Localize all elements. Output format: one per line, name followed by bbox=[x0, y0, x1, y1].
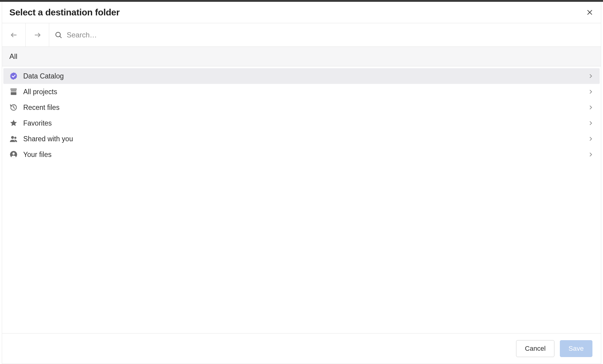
arrow-right-icon bbox=[34, 31, 41, 39]
chevron-right-icon bbox=[588, 89, 594, 95]
search-container bbox=[49, 23, 601, 46]
folder-label: Your files bbox=[23, 151, 582, 159]
breadcrumb[interactable]: All bbox=[2, 47, 601, 66]
folder-row-favorites[interactable]: Favorites bbox=[3, 115, 600, 131]
save-button[interactable]: Save bbox=[560, 340, 592, 357]
dialog-footer: Cancel Save bbox=[2, 333, 601, 364]
folder-label: Recent files bbox=[23, 104, 582, 112]
destination-folder-dialog: Select a destination folder bbox=[2, 2, 601, 364]
search-input[interactable] bbox=[67, 31, 595, 39]
svg-point-12 bbox=[12, 152, 14, 155]
verified-badge-icon bbox=[9, 72, 18, 80]
svg-point-10 bbox=[14, 137, 16, 139]
navigation-toolbar bbox=[2, 23, 601, 47]
cancel-button[interactable]: Cancel bbox=[516, 340, 554, 357]
svg-point-4 bbox=[56, 32, 60, 37]
breadcrumb-label: All bbox=[9, 52, 18, 60]
forward-button[interactable] bbox=[26, 23, 49, 46]
svg-rect-6 bbox=[11, 89, 17, 90]
folder-list: Data Catalog All projects bbox=[2, 66, 601, 333]
folder-label: All projects bbox=[23, 88, 582, 96]
star-icon bbox=[9, 119, 18, 127]
svg-rect-8 bbox=[11, 92, 17, 95]
close-button[interactable] bbox=[585, 8, 594, 17]
svg-rect-7 bbox=[11, 90, 17, 91]
folder-label: Shared with you bbox=[23, 135, 582, 143]
back-button[interactable] bbox=[2, 23, 26, 46]
user-circle-icon bbox=[9, 150, 18, 159]
close-icon bbox=[586, 9, 593, 16]
svg-line-5 bbox=[60, 36, 62, 38]
folder-row-recent-files[interactable]: Recent files bbox=[3, 100, 600, 115]
folder-label: Favorites bbox=[23, 119, 582, 127]
folder-row-your-files[interactable]: Your files bbox=[3, 147, 600, 162]
projects-icon bbox=[9, 88, 18, 96]
search-icon bbox=[55, 31, 62, 39]
arrow-left-icon bbox=[10, 31, 18, 39]
dialog-title: Select a destination folder bbox=[9, 7, 120, 18]
folder-row-all-projects[interactable]: All projects bbox=[3, 84, 600, 100]
chevron-right-icon bbox=[588, 152, 594, 158]
svg-point-9 bbox=[11, 136, 14, 139]
folder-label: Data Catalog bbox=[23, 72, 582, 80]
dialog-header: Select a destination folder bbox=[2, 2, 601, 23]
chevron-right-icon bbox=[588, 73, 594, 79]
chevron-right-icon bbox=[588, 104, 594, 110]
folder-row-shared-with-you[interactable]: Shared with you bbox=[3, 131, 600, 147]
folder-row-data-catalog[interactable]: Data Catalog bbox=[3, 68, 600, 84]
chevron-right-icon bbox=[588, 136, 594, 142]
history-icon bbox=[9, 103, 18, 112]
chevron-right-icon bbox=[588, 120, 594, 126]
people-icon bbox=[9, 135, 18, 143]
